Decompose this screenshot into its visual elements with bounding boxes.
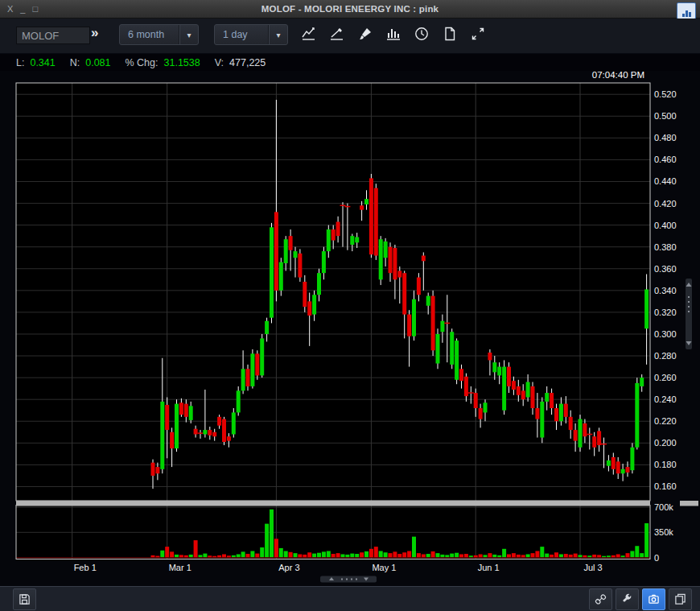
volume-bars-icon[interactable] [384, 24, 403, 43]
candle-body [364, 199, 369, 204]
net-value: 0.081 [85, 57, 110, 68]
candle-body [393, 248, 397, 279]
trend-line-icon[interactable] [327, 24, 347, 43]
candle-body [397, 270, 401, 277]
chart-toolbar: » 6 month ▾ 1 day ▾ [0, 19, 700, 54]
wrench-icon[interactable] [616, 588, 639, 610]
volume-bar [644, 523, 649, 558]
volume-bar [303, 555, 307, 558]
brush-icon[interactable] [356, 24, 375, 43]
vertical-scroll-handle[interactable] [686, 279, 692, 349]
price-axis-label: 0.420 [654, 199, 677, 208]
chart-window-icon[interactable] [677, 2, 696, 19]
volume-bar [279, 548, 283, 558]
volume-bar [611, 555, 616, 558]
interval-dropdown[interactable]: 1 day ▾ [214, 24, 288, 45]
expand-toolbar-chevrons-icon[interactable]: » [91, 25, 98, 41]
volume-bar [630, 551, 634, 557]
candle-body [355, 237, 359, 243]
price-axis-label: 0.500 [654, 111, 677, 121]
link-icon[interactable] [589, 588, 612, 610]
price-axis-label: 0.400 [654, 221, 677, 230]
date-axis-label: May 1 [372, 563, 396, 572]
candle-body [626, 467, 630, 473]
price-axis-label: 0.160 [654, 481, 677, 491]
volume-bar [479, 554, 483, 557]
volume-bar [199, 555, 203, 557]
volume-bar [170, 551, 174, 557]
symbol-input[interactable] [16, 27, 90, 44]
volume-bar [289, 552, 293, 558]
volume-bar [474, 555, 478, 558]
volume-bar [597, 555, 601, 557]
volume-bar [502, 549, 506, 558]
horizontal-scroll-handle[interactable] [320, 576, 377, 583]
camera-icon[interactable] [642, 588, 665, 610]
line-chart-icon[interactable] [299, 24, 319, 43]
candle-body [237, 390, 241, 412]
pane-splitter[interactable] [16, 501, 650, 506]
volume-bar [179, 555, 183, 557]
candle-body [194, 429, 198, 435]
compare-arrows-icon[interactable] [468, 24, 488, 43]
volume-bar [583, 555, 587, 558]
candle-body [479, 408, 483, 419]
volume-bar [431, 551, 435, 558]
candle-body [554, 408, 558, 421]
candle-body [550, 393, 554, 408]
chart-window: { "window": { "title": "MOLOF - MOLORI E… [0, 0, 700, 611]
document-icon[interactable] [440, 24, 459, 43]
candle-body [592, 436, 596, 448]
price-pane [16, 83, 650, 501]
clock-icon[interactable] [412, 24, 431, 43]
candle-body [644, 289, 649, 328]
candle-body [279, 262, 283, 291]
candle-body [459, 369, 463, 381]
candle-body [175, 404, 179, 448]
candle-body [307, 301, 311, 316]
range-dropdown-value: 6 month [120, 29, 179, 40]
candle-body [450, 332, 454, 365]
candle-body [184, 404, 188, 417]
volume-bar [322, 551, 326, 557]
volume-bar [393, 551, 397, 557]
pane-splitter-right[interactable] [680, 501, 698, 506]
price-axis-label: 0.280 [654, 351, 677, 361]
volume-bar [579, 555, 583, 557]
save-icon[interactable] [13, 588, 36, 610]
range-dropdown[interactable]: 6 month ▾ [119, 24, 199, 45]
volume-bar [512, 553, 516, 557]
candle-body [265, 321, 269, 334]
candle-body [232, 412, 236, 434]
volume-bar [260, 547, 264, 557]
volume-bar [241, 551, 245, 557]
copy-icon[interactable] [669, 588, 692, 610]
volume-bar [212, 556, 216, 558]
volume-bar [621, 555, 625, 557]
candle-body [574, 430, 578, 441]
volume-bar [250, 551, 254, 557]
volume-bar [270, 510, 274, 558]
volume-bar [265, 524, 269, 558]
candle-body [250, 353, 254, 386]
net-label: N: [70, 57, 80, 68]
candle-body [440, 321, 444, 332]
candle-body [284, 239, 288, 263]
candle-doji [340, 205, 346, 207]
volume-bar [426, 554, 430, 557]
candle-body [227, 436, 231, 440]
window-title: MOLOF - MOLORI ENEERGY INC : pink [0, 4, 700, 14]
volume-bar [294, 553, 298, 557]
volume-bar [274, 539, 278, 557]
volume-bar [350, 554, 354, 558]
volume-bar [507, 554, 511, 557]
volume-bar [312, 554, 316, 558]
volume-bar [531, 553, 535, 557]
volume-bar [298, 554, 302, 557]
volume-bar [155, 556, 159, 558]
volume-bar [203, 554, 207, 558]
candle-body [255, 353, 259, 375]
candle-body [208, 430, 212, 436]
candle-body [526, 382, 530, 398]
volume-bar [189, 555, 193, 558]
